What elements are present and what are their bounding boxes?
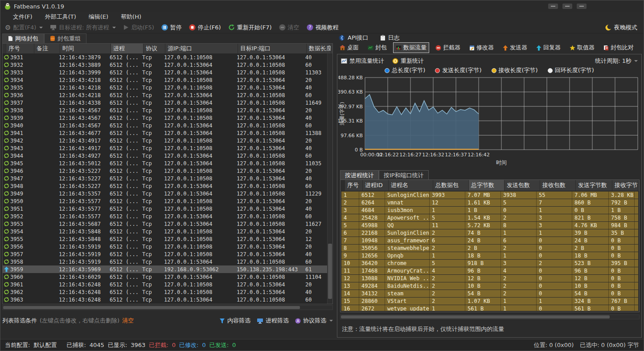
packet-row[interactable]: 395812:16:43:59196512 (...Tcp127.0.0.1:5… <box>3 258 327 265</box>
tab-interceptor[interactable]: 拦截器 <box>433 42 463 53</box>
stop-button[interactable]: 停止(F6) <box>189 24 221 32</box>
stats-row[interactable]: 1117468ArmouryCrat...496 B4096 B0 B <box>341 267 638 274</box>
content-filter-button[interactable]: 内容筛选 <box>219 317 250 325</box>
col-length[interactable]: 数据长度 <box>307 44 331 53</box>
packet-row[interactable]: 395012:16:43:55776512 (...Tcp127.0.0.1:1… <box>3 197 327 205</box>
packet-row[interactable]: 395312:16:43:56876512 (...Tcp127.0.0.1:5… <box>3 220 327 228</box>
col-recv-bytes[interactable]: 接收字节 <box>612 180 638 191</box>
tab-data-traffic[interactable]: 数据流量 <box>393 42 429 53</box>
packet-row[interactable]: 395212:16:43:55776512 (...Tcp127.0.0.1:5… <box>3 212 327 220</box>
col-sent-packets[interactable]: 发送包数 <box>505 180 540 191</box>
stats-row[interactable]: 912656Opnqb118 B1018 B0 B <box>341 252 638 259</box>
tab-by-ip-port[interactable]: 按IP和端口统计 <box>379 170 429 180</box>
scrollbar-thumb[interactable] <box>328 244 332 299</box>
stats-row[interactable]: 1213088NVIDIA Web ...212 B2012 B0 B <box>341 275 638 282</box>
col-sent-bytes[interactable]: 发送字节数 <box>576 180 612 191</box>
col-process-id[interactable]: 进程ID <box>363 180 389 191</box>
tab-packet-reassembly[interactable]: 封包重组 <box>44 33 86 43</box>
tab-desktop[interactable]: 桌面 <box>337 42 361 53</box>
packet-row[interactable]: 394012:16:43:45676512 (...Tcp127.0.0.1:5… <box>3 122 327 129</box>
stats-period-select[interactable]: 统计周期: 1秒 <box>595 57 638 65</box>
col-time[interactable]: 时间 <box>60 44 111 53</box>
packet-table-hscrollbar[interactable] <box>2 305 333 310</box>
protocol-filter-button[interactable]: A 协议筛选 <box>295 317 333 325</box>
tab-network-packet[interactable]: 网络封包 <box>2 33 44 43</box>
stats-row[interactable]: 1528860VStart21.07 KB11324 B767 B <box>341 298 638 305</box>
packet-row[interactable]: 393612:16:43:42186512 (...Tcp127.0.0.1:5… <box>3 91 327 99</box>
stats-row[interactable]: 622168SunloginClient274 B1139 B35 B <box>341 229 638 237</box>
pause-button[interactable]: 暂停 <box>161 24 182 32</box>
col-seq[interactable]: 序号 <box>6 44 34 53</box>
packet-row[interactable]: 393812:16:43:45676512 (...Tcp127.0.0.1:1… <box>3 106 327 114</box>
packet-row[interactable]: 395112:16:43:55776512 (...Tcp127.0.0.1:1… <box>3 205 327 212</box>
tutorial-button[interactable]: ? 视频教程 <box>307 24 339 32</box>
close-button[interactable] <box>577 4 587 9</box>
tab-log[interactable]: 日志 <box>380 34 400 42</box>
packet-table-vscrollbar[interactable] <box>327 53 332 304</box>
tab-sender[interactable]: 发送器 <box>500 42 530 53</box>
packet-row[interactable]: 394912:16:43:53576512 (...Tcp127.0.0.1:5… <box>3 190 327 197</box>
packet-row[interactable]: 395612:16:43:59196512 (...Tcp127.0.0.1:1… <box>3 243 327 250</box>
legend-sent[interactable]: 发送长度(字节) <box>435 66 481 74</box>
tab-packet[interactable]: 封包 <box>365 42 390 53</box>
packet-row[interactable]: 393412:16:43:42186512 (...Tcp127.0.0.1:1… <box>3 76 327 84</box>
restat-button[interactable]: 重新统计 <box>392 57 424 65</box>
packet-row[interactable]: 395412:16:43:58486512 (...Tcp127.0.0.1:1… <box>3 228 327 235</box>
stats-row[interactable]: 425428Apowersoft ...51.54 KB23821 B758 B <box>341 214 638 221</box>
start-button[interactable]: 启动(F5) <box>123 24 154 32</box>
packet-row[interactable]: 395512:16:43:58486512 (...Tcp127.0.0.1:1… <box>3 235 327 243</box>
restart-button[interactable]: 重新开始(F7) <box>228 24 272 32</box>
packet-row[interactable]: 394712:16:43:52276512 (...Tcp127.0.0.1:1… <box>3 175 327 182</box>
col-source[interactable]: 源IP:端口 <box>165 44 238 53</box>
config-button[interactable]: ⚙ 配置(F4) <box>5 24 43 32</box>
col-recv-packets[interactable]: 接收包数 <box>540 180 576 191</box>
stats-row[interactable]: 26264vmnat121.61 KB57860 B792 B <box>341 199 638 206</box>
process-filter-button[interactable]: 进程筛选 <box>257 317 289 325</box>
tab-modifier[interactable]: 修改器 <box>467 42 496 53</box>
tab-api[interactable]: API接口 <box>339 34 369 42</box>
packet-row[interactable]: 393112:16:43:38796512 (...Tcp127.0.0.1:1… <box>3 53 327 61</box>
packet-row[interactable]: 393712:16:43:43386512 (...Tcp127.0.0.1:5… <box>3 99 327 106</box>
tab-by-process[interactable]: 按进程统计 <box>340 170 379 180</box>
menu-file[interactable]: 文件(F) <box>7 12 39 22</box>
packet-row[interactable]: 396212:16:43:62486512 (...Tcp127.0.0.1:1… <box>3 288 327 296</box>
packet-row[interactable]: 396112:16:43:62486512 (...Tcp127.0.0.1:1… <box>3 281 327 288</box>
packet-row[interactable]: 393212:16:43:38896512 (...Tcp127.0.0.1:5… <box>3 61 327 69</box>
col-total-packets[interactable]: 总数据包 <box>433 180 469 191</box>
col-process-name[interactable]: 进程名 <box>389 180 433 191</box>
stats-row[interactable]: 34684iusb3mon11 B010 B1 B <box>341 207 638 214</box>
packet-row[interactable]: 393912:16:43:45676512 (...Tcp127.0.0.1:1… <box>3 114 327 122</box>
stats-row[interactable]: 545988QQ115.72 KB834.76 KB984 B <box>341 222 638 229</box>
col-process[interactable]: 进程 <box>111 44 144 53</box>
menu-external-tools[interactable]: 外部工具(T) <box>39 12 82 22</box>
packet-row[interactable]: 396312:16:43:62486512 (...Tcp127.0.0.1:5… <box>3 296 327 303</box>
tab-extractor[interactable]: 取值器 <box>567 42 597 53</box>
col-note[interactable]: 备注 <box>34 44 60 53</box>
packet-row[interactable]: 396012:16:43:60296512 (...Tcp127.0.0.1:5… <box>3 273 327 281</box>
packet-row[interactable]: 394812:16:43:52276512 (...Tcp127.0.0.1:5… <box>3 182 327 190</box>
tab-packet-compare[interactable]: 封包比对 <box>601 42 636 53</box>
stats-row[interactable]: 16512SunloginClient39937.07 MB3938557.06… <box>341 192 638 199</box>
packet-row[interactable]: 395712:16:43:59196512 (...Tcp127.0.0.1:1… <box>3 250 327 258</box>
minimize-button[interactable] <box>548 4 558 9</box>
packet-row[interactable]: 394412:16:43:49276512 (...Tcp127.0.0.1:5… <box>3 152 327 159</box>
disable-stats-button[interactable]: 禁用流量统计 <box>341 57 384 65</box>
stats-row[interactable]: 162672wetype_update1561 B10561 B0 B <box>341 305 638 311</box>
stats-row[interactable]: 1349284BaiduNetdis...210 B2010 B0 B <box>341 282 638 290</box>
stats-row[interactable]: 710948asus_framework624 B6024 B0 B <box>341 237 638 244</box>
clear-button[interactable]: 清空 <box>279 24 299 32</box>
packet-row[interactable]: 394212:16:43:49176512 (...Tcp127.0.0.1:1… <box>3 137 327 144</box>
stats-row[interactable]: 1434132steam254 B2054 B0 B <box>341 290 638 297</box>
target-process-button[interactable]: 目标进程: 所有进程 <box>50 24 116 32</box>
tab-replier[interactable]: 回复器 <box>533 42 563 53</box>
col-protocol[interactable]: 协议 <box>144 44 165 53</box>
legend-loopback[interactable]: 回环长度(字节) <box>548 66 594 74</box>
legend-total[interactable]: 总长度(字节) <box>385 66 425 74</box>
col-destination[interactable]: 目标IP:端口 <box>238 44 307 53</box>
filter-clear-button[interactable]: 清空 <box>122 317 134 325</box>
col-total-bytes[interactable]: 总字节数 <box>469 180 505 191</box>
packet-row[interactable]: 394312:16:43:49176512 (...Tcp127.0.0.1:1… <box>3 144 327 152</box>
scrollbar-thumb[interactable] <box>3 306 300 309</box>
legend-received[interactable]: 接收长度(字节) <box>492 66 538 74</box>
packet-row[interactable]: 394512:16:43:50126512 (...Tcp127.0.0.1:5… <box>3 159 327 167</box>
